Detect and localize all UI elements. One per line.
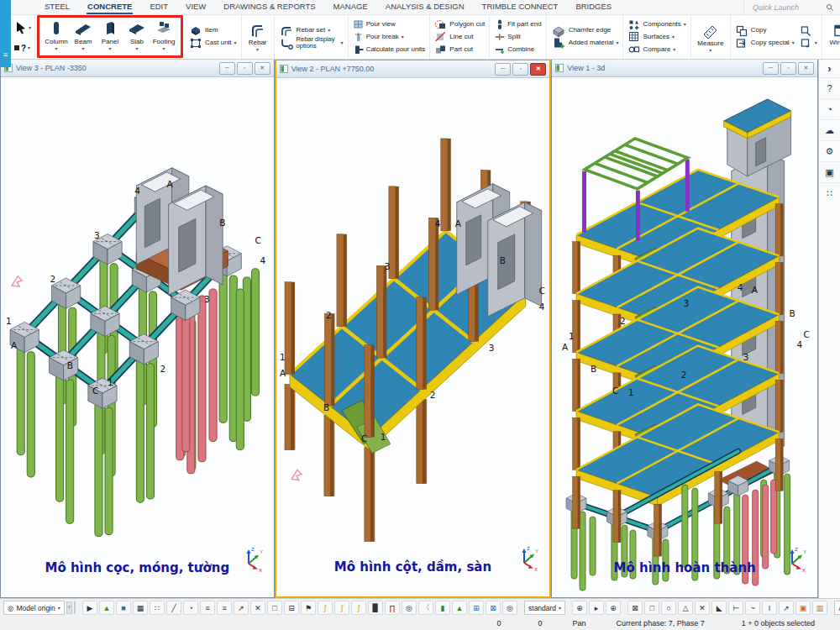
selection-toolbar-icon[interactable]: □ [267,601,282,615]
restore-button[interactable]: ▫ [512,63,528,76]
copy-button[interactable]: Copy [733,24,796,37]
chamfer-edge-button[interactable]: Chamfer edge [549,24,621,37]
part-cut-button[interactable]: Part cut [433,43,486,55]
snap-toolbar-icon[interactable]: ⊢ [728,601,743,615]
view3-titlebar[interactable]: View 3 - PLAN -3350 ─ ▫ ✕ [1,60,274,77]
snap-toolbar-icon[interactable]: ○ [661,601,676,615]
selection-toolbar-icon[interactable]: ⊟ [284,601,299,615]
tab-manage[interactable]: MANAGE [333,0,369,14]
close-button[interactable]: ✕ [530,63,546,76]
snap-override-icon[interactable]: ⊕ [572,601,587,615]
selection-toolbar-icon[interactable]: ▉ [368,601,383,615]
restore-button[interactable]: ▫ [780,62,796,75]
cast-unit-button[interactable]: Cast unit ▾ [187,37,239,50]
move-special-button[interactable]: ▾ [798,37,819,50]
pour-break-button[interactable]: Pour break ▾ [351,30,428,43]
tab-steel[interactable]: STEEL [44,0,71,14]
selection-toolbar-icon[interactable]: ▲ [452,601,467,615]
minimize-button[interactable]: ─ [219,62,235,75]
added-material-button[interactable]: Added material ▾ [549,37,621,50]
selection-toolbar-icon[interactable]: ⚑ [301,601,316,615]
selection-toolbar-icon[interactable]: ∏ [385,601,400,615]
slab-tool-button[interactable]: Slab ▾ [123,18,150,55]
tab-trimble-connect[interactable]: TRIMBLE CONNECT [481,0,559,14]
snap-toolbar-icon[interactable]: ⊠ [627,601,643,615]
selection-toolbar-icon[interactable]: ◎ [402,601,417,615]
tab-analysis-design[interactable]: ANALYSIS & DESIGN [385,0,465,14]
selection-toolbar-icon[interactable]: ⊠ [486,601,501,615]
selection-toolbar-icon[interactable]: ↗ [234,601,249,615]
tab-bridges[interactable]: BRIDGES [575,0,612,14]
view2-canvas[interactable]: 1A 23 4A BC 43 2B C1 Mô hình cột, dầm, s… [276,78,550,596]
main-menu-strip[interactable]: ≡ [0,0,11,67]
snap-depth-dropdown[interactable]: Auto ▾ [834,601,840,615]
selection-toolbar-icon[interactable]: ʃ [334,601,349,615]
structure-model-scene[interactable]: 1A 23 4A BC 43 2B C1 [276,78,550,596]
rebar-display-options-button[interactable]: Rebar display options ▾ [277,37,345,50]
view3-canvas[interactable]: 1A 23 4A BC 43 2B C1 Mô hình cọc, móng, … [1,77,274,597]
selection-toolbar-icon[interactable]: ◔ [183,601,198,615]
column-tool-button[interactable]: Column ▾ [43,18,70,55]
snap-toolbar-icon[interactable]: I [762,601,777,615]
selection-toolbar-icon[interactable]: ∷ [150,601,165,615]
snap-toolbar-icon[interactable]: ▣ [795,601,811,615]
foundation-model-scene[interactable]: 1A 23 4A BC 43 2B C1 [1,77,274,597]
cloud-icon[interactable]: ☁ [819,120,840,141]
snap-toolbar-icon[interactable]: □ [644,601,659,615]
view2-titlebar[interactable]: View 2 - PLAN +7750.00 ─ ▫ ✕ [276,60,550,78]
close-button[interactable]: ✕ [798,62,814,75]
workplane-toggle-button[interactable] [74,601,76,614]
pour-view-button[interactable]: Pour view [351,18,428,30]
selection-toolbar-icon[interactable]: ╱ [166,601,181,615]
components-button[interactable]: Components ▾ [626,18,687,30]
hamburger-icon[interactable]: ≡ [3,50,8,59]
selection-toolbar-icon[interactable]: ■ [116,601,131,615]
footing-tool-button[interactable]: Footing ▾ [150,18,177,55]
model-icon[interactable]: ▣ [819,162,840,183]
expand-pane-button[interactable]: › [819,59,840,78]
selection-toolbar-icon[interactable]: ⊞ [469,601,484,615]
selection-toolbar-icon[interactable]: ◎ [502,601,517,615]
item-button[interactable]: Item [187,24,239,37]
window-button[interactable]: Window ▾ [825,22,840,52]
polygon-cut-button[interactable]: Polygon cut [433,18,486,30]
tab-drawings-reports[interactable]: DRAWINGS & REPORTS [223,0,316,14]
snap-override-icon[interactable]: ⊕ [606,601,621,615]
selection-toolbar-icon[interactable]: ʃ [318,601,333,615]
selection-filter-dropdown[interactable]: standard ▾ [524,601,565,615]
settings-icon[interactable]: ⚙ [819,141,840,162]
selection-toolbar-icon[interactable]: ✕ [250,601,265,615]
view1-canvas[interactable]: 4A 32 B1 AC 43 B2 C1 Mô hình hoàn thành … [552,77,817,597]
selection-toolbar-icon[interactable]: ≡ [217,601,232,615]
measure-button[interactable]: Measure ▾ [694,20,727,53]
split-button[interactable]: Split [492,30,543,43]
applications-icon[interactable]: ? [819,78,840,99]
add-workplane-button[interactable]: + [66,601,72,614]
snap-toolbar-icon[interactable]: ◣ [711,601,727,615]
calculate-pour-units-button[interactable]: Calculate pour units [351,43,428,55]
selection-toolbar-icon[interactable]: ▮ [435,601,450,615]
selection-toolbar-icon[interactable]: ʃ [351,601,366,615]
move-button[interactable] [798,24,819,37]
copy-special-button[interactable]: Copy special ▾ [733,37,796,50]
select-tool-button[interactable]: ▾ [14,21,31,34]
beam-tool-button[interactable]: Beam ▾ [70,18,97,55]
snap-toolbar-icon[interactable]: △ [678,601,693,615]
snap-toolbar-icon[interactable]: ✕ [695,601,710,615]
tab-view[interactable]: VIEW [185,0,207,14]
snap-toolbar-icon[interactable]: ~ [745,601,760,615]
quick-launch-input[interactable]: Quick Launch [743,0,840,14]
fit-part-end-button[interactable]: Fit part end [492,18,543,30]
view1-titlebar[interactable]: View 1 - 3d ─ ▫ ✕ [552,60,817,77]
close-button[interactable]: ✕ [255,62,270,75]
components-pane-icon[interactable]: ∷ [819,183,840,203]
surfaces-button[interactable]: Surfaces ▾ [626,30,687,43]
snap-toolbar-icon[interactable]: ▥ [812,601,827,615]
restore-button[interactable]: ▫ [237,62,253,75]
rebar-button[interactable]: Rebar ▾ [244,21,271,52]
selection-toolbar-icon[interactable]: ≡ [200,601,215,615]
complete-model-scene[interactable]: 4A 32 B1 AC 43 B2 C1 [552,77,817,597]
selection-toolbar-icon[interactable]: 〈 [418,601,433,615]
compare-button[interactable]: Compare ▾ [626,43,687,55]
minimize-button[interactable]: ─ [763,62,779,75]
